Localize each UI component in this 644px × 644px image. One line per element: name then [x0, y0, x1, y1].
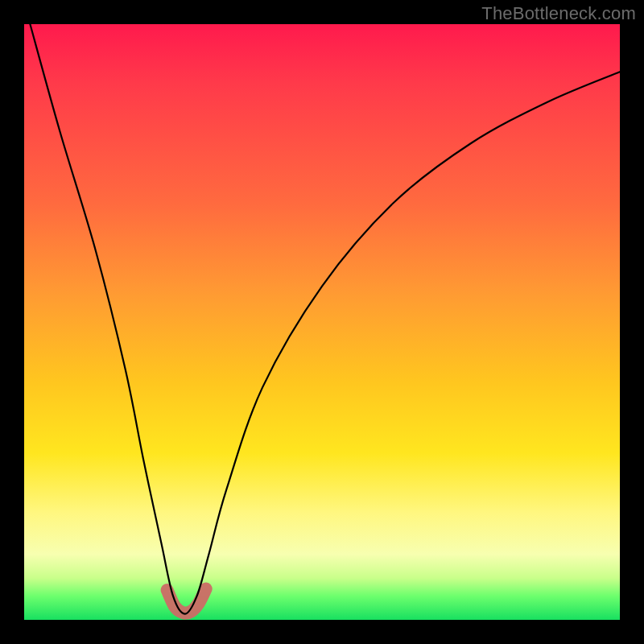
- bottleneck-curve: [30, 24, 620, 614]
- outer-frame: TheBottleneck.com: [0, 0, 644, 644]
- chart-svg: [24, 24, 620, 620]
- plot-area: [24, 24, 620, 620]
- watermark-text: TheBottleneck.com: [481, 3, 636, 24]
